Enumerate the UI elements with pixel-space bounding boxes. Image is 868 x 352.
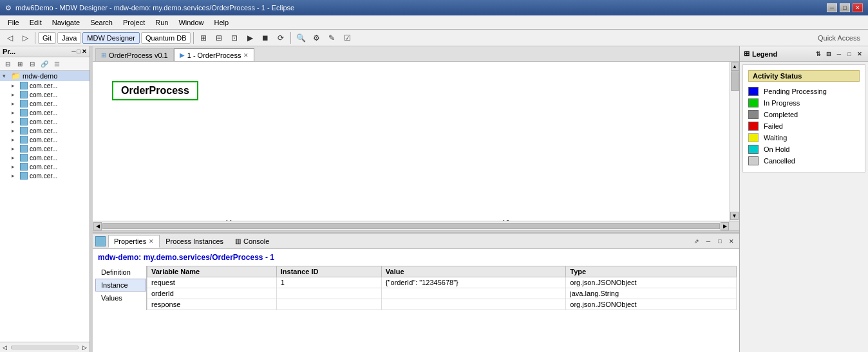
sidebar-scrollbar-left[interactable]: ◁ [3, 344, 7, 351]
sidebar-menu[interactable]: ☰ [51, 59, 62, 69]
expand-icon: ▸ [12, 163, 18, 170]
toolbar-btn-3[interactable]: ⊡ [227, 32, 241, 44]
list-item[interactable]: ▸ com.cer... [0, 135, 90, 144]
menu-window[interactable]: Window [173, 17, 209, 28]
nav-instance[interactable]: Instance [95, 279, 146, 292]
tab-close-icon[interactable]: ✕ [243, 52, 249, 59]
cell-type: java.lang.String [566, 288, 737, 299]
menu-help[interactable]: Help [209, 17, 234, 28]
menu-edit[interactable]: Edit [24, 17, 47, 28]
menu-run[interactable]: Run [150, 17, 173, 28]
table-row[interactable]: orderId java.lang.String [147, 288, 737, 299]
tree-label: com.cer... [30, 100, 57, 107]
sidebar-expand-all[interactable]: ⊞ [14, 59, 26, 69]
scroll-thumb[interactable] [731, 71, 739, 91]
toolbar-btn-2[interactable]: ⊟ [212, 32, 226, 44]
sidebar-filter[interactable]: ⊟ [26, 59, 38, 69]
nav-definition[interactable]: Definition [95, 266, 146, 279]
bottom-minimize[interactable]: ─ [703, 236, 713, 246]
toolbar-git-label[interactable]: Git [38, 32, 56, 44]
toolbar-java-label[interactable]: Java [57, 32, 81, 44]
list-item[interactable]: ▸ com.cer... [0, 171, 90, 180]
tree-label-root: mdw-demo [23, 72, 57, 80]
sidebar-link[interactable]: 🔗 [39, 59, 50, 69]
toolbar-btn-9[interactable]: ✎ [325, 32, 339, 44]
close-button[interactable]: ✕ [853, 3, 863, 12]
props-container: Definition Instance Values Variable Name… [95, 266, 737, 310]
table-row[interactable]: request 1 {"orderId": "12345678"} org.js… [147, 277, 737, 288]
scroll-down-arrow[interactable]: ▼ [730, 212, 739, 220]
toolbar-btn-8[interactable]: ⚙ [309, 32, 323, 44]
legend-filter-icon[interactable]: ⊟ [824, 50, 833, 59]
main-layout: Pr... ─ □ ✕ ⊟ ⊞ ⊟ 🔗 ☰ ▾ 📁 mdw-demo ▸ com [0, 46, 868, 352]
menu-project[interactable]: Project [118, 17, 150, 28]
maximize-button[interactable]: □ [840, 3, 850, 12]
minimize-button[interactable]: ─ [827, 3, 837, 12]
bottom-close[interactable]: ✕ [726, 236, 737, 246]
tree-label: com.cer... [30, 163, 57, 171]
sidebar-close-icon[interactable]: ✕ [82, 48, 87, 55]
legend-color-pending [748, 87, 759, 96]
toolbar-btn-7[interactable]: 🔍 [294, 32, 308, 44]
toolbar-quantum-label[interactable]: Quantum DB [141, 32, 191, 44]
toolbar-btn-5[interactable]: ⏹ [258, 32, 272, 44]
list-item[interactable]: ▸ com.cer... [0, 108, 90, 117]
toolbar-back-button[interactable]: ◁ [3, 32, 17, 44]
title-bar-controls[interactable]: ─ □ ✕ [827, 3, 863, 12]
sidebar-scrollbar[interactable] [11, 346, 79, 349]
tab-process-instances[interactable]: Process Instances [160, 235, 229, 248]
package-icon [20, 109, 28, 116]
legend-label-cancelled: Cancelled [764, 157, 795, 165]
menu-search[interactable]: Search [85, 17, 118, 28]
legend-sort-icon[interactable]: ⇅ [814, 50, 823, 59]
expand-icon[interactable]: ▾ [3, 73, 9, 79]
scroll-up-arrow[interactable]: ▲ [731, 62, 739, 71]
expand-icon: ▸ [12, 136, 18, 143]
tab-orderprocess-instance[interactable]: ▶ 1 - OrderProcess ✕ [174, 48, 255, 61]
legend-close-icon[interactable]: ✕ [855, 50, 864, 59]
list-item[interactable]: ▸ com.cer... [0, 81, 90, 90]
sidebar-scrollbar-right[interactable]: ▷ [82, 344, 87, 351]
canvas-corner [730, 221, 739, 230]
list-item[interactable]: ▸ com.cer... [0, 153, 90, 162]
scroll-left-arrow[interactable]: ◀ [93, 222, 102, 230]
sidebar-collapse-all[interactable]: ⊟ [2, 59, 14, 69]
tab-properties[interactable]: Properties ✕ [108, 235, 160, 248]
bottom-maximize[interactable]: □ [715, 236, 725, 246]
sidebar-minimize-icon[interactable]: ─ [71, 48, 75, 55]
list-item[interactable]: ▸ com.cer... [0, 126, 90, 135]
list-item[interactable]: ▸ com.cer... [0, 162, 90, 171]
tab-orderprocess-def[interactable]: ⊞ OrderProcess v0.1 [95, 48, 174, 61]
hscroll-thumb[interactable] [102, 223, 720, 229]
nav-values[interactable]: Values [95, 292, 146, 304]
menu-file[interactable]: File [3, 17, 24, 28]
toolbar-mdw-label[interactable]: MDW Designer [82, 32, 140, 44]
list-item[interactable]: ▸ com.cer... [0, 144, 90, 153]
tab-console[interactable]: ▥ Console [229, 235, 275, 248]
menu-navigate[interactable]: Navigate [47, 17, 85, 28]
sidebar-expand-icon[interactable]: □ [77, 48, 80, 55]
toolbar-btn-6[interactable]: ⟳ [274, 32, 288, 44]
legend-maximize-icon[interactable]: □ [845, 50, 854, 59]
toolbar-btn-4[interactable]: ▶ [243, 32, 257, 44]
scroll-right-arrow[interactable]: ▶ [721, 222, 729, 230]
toolbar-forward-button[interactable]: ▷ [18, 32, 32, 44]
legend-collapse-icon[interactable]: ─ [835, 50, 844, 59]
list-item[interactable]: ▸ com.cer... [0, 90, 90, 99]
canvas-hscrollbar[interactable]: ◀ ▶ [93, 221, 730, 230]
tree-item-mdw-demo[interactable]: ▾ 📁 mdw-demo [0, 71, 90, 81]
legend-color-failed [748, 122, 759, 131]
tree-label: com.cer... [30, 82, 57, 89]
toolbar-btn-1[interactable]: ⊞ [196, 32, 211, 44]
tab-close-properties[interactable]: ✕ [149, 238, 154, 245]
col-instanceid: Instance ID [276, 266, 381, 277]
canvas-vscrollbar[interactable]: ▲ ▼ [730, 62, 739, 230]
process-canvas[interactable]: OrderProcess A1 A2 Start Stop [93, 62, 730, 221]
props-nav: Definition Instance Values [95, 266, 147, 310]
cell-instanceid [276, 288, 381, 299]
bottom-external-link[interactable]: ⇗ [692, 236, 702, 246]
table-row[interactable]: response org.json.JSONObject [147, 299, 737, 310]
list-item[interactable]: ▸ com.cer... [0, 99, 90, 108]
list-item[interactable]: ▸ com.cer... [0, 117, 90, 126]
toolbar-btn-10[interactable]: ☑ [340, 32, 354, 44]
